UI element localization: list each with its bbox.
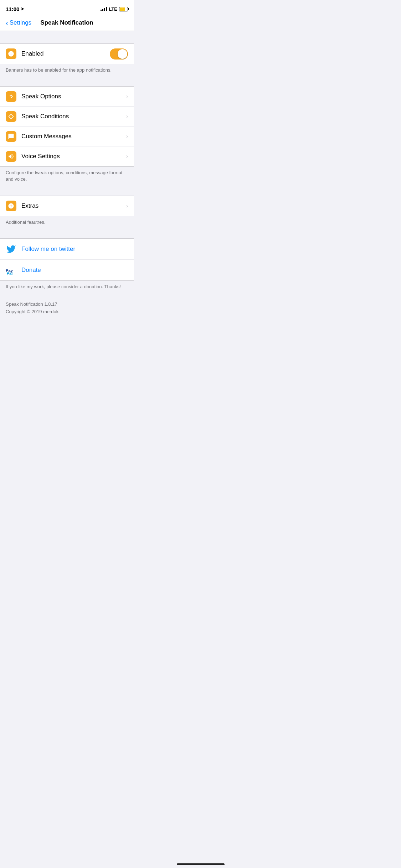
- voice-settings-row[interactable]: Voice Settings ›: [0, 146, 134, 166]
- menu-footer: Configure the tweak options, conditions,…: [0, 167, 134, 188]
- diamond-icon: [8, 113, 14, 120]
- speak-conditions-row[interactable]: Speak Conditions ›: [0, 107, 134, 126]
- signal-bar-1: [101, 10, 102, 11]
- extras-footer-text: Additional feautres.: [6, 219, 45, 225]
- signal-bar-4: [106, 7, 107, 11]
- twitter-icon-wrap: [6, 244, 16, 254]
- extras-section: Extras ›: [0, 196, 134, 216]
- back-chevron-icon: ‹: [6, 19, 8, 26]
- megaphone-icon: [8, 93, 14, 100]
- twitter-row[interactable]: Follow me on twitter: [0, 239, 134, 260]
- menu-section: Speak Options › Speak Conditions › Custo…: [0, 86, 134, 167]
- time-display: 11:00: [6, 6, 19, 12]
- custom-messages-row[interactable]: Custom Messages ›: [0, 126, 134, 146]
- paypal-icon-wrap: Pay Pal: [6, 265, 16, 275]
- enabled-label: Enabled: [21, 50, 110, 57]
- svg-text:Pal: Pal: [7, 271, 13, 275]
- social-footer: If you like my work, please consider a d…: [0, 281, 134, 296]
- social-footer-text: If you like my work, please consider a d…: [6, 284, 121, 289]
- back-label: Settings: [10, 19, 31, 26]
- chevron-icon-1: ›: [126, 93, 128, 100]
- speak-conditions-label: Speak Conditions: [21, 113, 126, 120]
- speaker-icon-wrap: [6, 151, 16, 162]
- enabled-footer: Banners has to be enabled for the app no…: [0, 64, 134, 79]
- chevron-icon-3: ›: [126, 133, 128, 140]
- page-title: Speak Notification: [40, 19, 93, 26]
- signal-bar-2: [102, 9, 103, 11]
- diamond-icon-wrap: [6, 111, 16, 122]
- donate-row[interactable]: Pay Pal Donate: [0, 260, 134, 280]
- navigation-bar: ‹ Settings Speak Notification: [0, 16, 134, 31]
- speak-options-label: Speak Options: [21, 93, 126, 100]
- power-icon-wrap: [6, 48, 16, 59]
- version-footer: Speak Notification 1.8.17 Copyright © 20…: [0, 296, 134, 326]
- signal-bar-3: [104, 8, 105, 11]
- status-icons: LTE ⚡: [101, 6, 128, 12]
- status-bar: 11:00 ➤ LTE ⚡: [0, 0, 134, 16]
- version-line1: Speak Notification 1.8.17: [6, 301, 128, 308]
- back-button[interactable]: ‹ Settings: [6, 19, 31, 26]
- twitter-icon: [6, 244, 16, 254]
- plus-circle-icon: [8, 203, 14, 209]
- paypal-icon: Pay Pal: [6, 264, 16, 276]
- enabled-footer-text: Banners has to be enabled for the app no…: [6, 67, 112, 73]
- voice-settings-label: Voice Settings: [21, 153, 126, 160]
- enabled-section: Enabled: [0, 43, 134, 64]
- chevron-icon-2: ›: [126, 113, 128, 120]
- chat-icon: [8, 133, 14, 140]
- menu-footer-text: Configure the tweak options, conditions,…: [6, 170, 122, 182]
- extras-footer: Additional feautres.: [0, 216, 134, 231]
- version-line2: Copyright © 2019 merdok: [6, 308, 128, 316]
- megaphone-icon-wrap: [6, 91, 16, 102]
- chevron-icon-5: ›: [126, 203, 128, 209]
- lte-label: LTE: [109, 6, 117, 12]
- social-section: Follow me on twitter Pay Pal Donate: [0, 238, 134, 281]
- battery-indicator: ⚡: [119, 7, 128, 11]
- battery-fill: ⚡: [120, 7, 125, 11]
- toggle-thumb: [118, 49, 127, 59]
- chat-icon-wrap: [6, 131, 16, 142]
- section-gap-1: [0, 31, 134, 43]
- section-gap-4: [0, 231, 134, 238]
- donate-label: Donate: [21, 267, 41, 274]
- battery-icon: ⚡: [119, 7, 128, 11]
- battery-bolt: ⚡: [121, 7, 124, 10]
- extras-label: Extras: [21, 202, 126, 210]
- power-icon: [8, 51, 14, 57]
- enabled-row: Enabled: [0, 44, 134, 64]
- signal-bars: [101, 7, 107, 11]
- speak-options-row[interactable]: Speak Options ›: [0, 87, 134, 107]
- custom-messages-label: Custom Messages: [21, 133, 126, 140]
- extras-icon-wrap: [6, 201, 16, 211]
- status-time: 11:00 ➤: [6, 6, 24, 12]
- section-gap-3: [0, 188, 134, 196]
- enabled-toggle[interactable]: [110, 48, 128, 60]
- extras-row[interactable]: Extras ›: [0, 196, 134, 216]
- section-gap-2: [0, 79, 134, 86]
- location-icon: ➤: [21, 6, 24, 11]
- speaker-icon: [8, 153, 14, 160]
- twitter-label: Follow me on twitter: [21, 246, 75, 253]
- chevron-icon-4: ›: [126, 153, 128, 160]
